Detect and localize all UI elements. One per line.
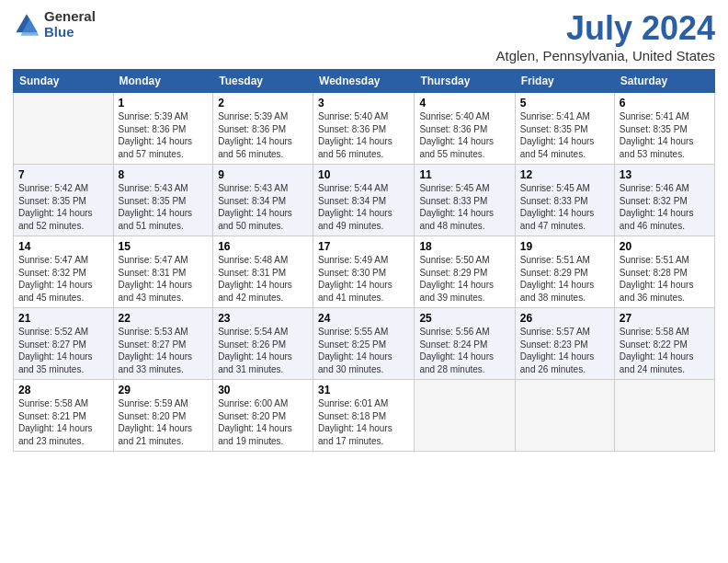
sunset: Sunset: 8:20 PM [119,411,187,421]
table-row: 8Sunrise: 5:43 AMSunset: 8:35 PMDaylight… [113,165,213,236]
daylight: Daylight: 14 hours and 43 minutes. [119,280,193,303]
header: General Blue July 2024 Atglen, Pennsylva… [13,9,715,63]
daylight: Daylight: 14 hours and 17 minutes. [318,423,392,446]
day-number: 9 [218,168,308,181]
day-number: 11 [419,168,509,181]
sunrise: Sunrise: 5:39 AM [218,111,288,121]
sunrise: Sunrise: 5:58 AM [18,398,88,408]
daylight: Daylight: 14 hours and 57 minutes. [119,136,193,159]
day-number: 7 [18,168,108,181]
sunrise: Sunrise: 5:46 AM [620,183,689,193]
sunrise: Sunrise: 5:44 AM [318,183,388,193]
table-row [14,93,114,165]
table-row: 20Sunrise: 5:51 AMSunset: 8:28 PMDayligh… [614,236,714,308]
day-info: Sunrise: 5:39 AMSunset: 8:36 PMDaylight:… [218,110,308,160]
col-friday: Friday [515,70,614,93]
sunset: Sunset: 8:36 PM [318,124,386,134]
sunrise: Sunrise: 5:50 AM [419,255,489,265]
day-number: 27 [620,312,710,325]
day-info: Sunrise: 5:45 AMSunset: 8:33 PMDaylight:… [419,182,509,232]
day-info: Sunrise: 6:01 AMSunset: 8:18 PMDaylight:… [318,397,409,447]
day-number: 16 [218,240,308,253]
day-info: Sunrise: 5:48 AMSunset: 8:31 PMDaylight:… [218,254,308,304]
day-info: Sunrise: 5:41 AMSunset: 8:35 PMDaylight:… [620,110,710,160]
daylight: Daylight: 14 hours and 49 minutes. [318,208,392,231]
col-sunday: Sunday [14,70,114,93]
day-number: 19 [520,240,609,253]
table-row: 31Sunrise: 6:01 AMSunset: 8:18 PMDayligh… [313,380,415,452]
daylight: Daylight: 14 hours and 33 minutes. [119,351,193,374]
daylight: Daylight: 14 hours and 39 minutes. [419,280,494,303]
sunset: Sunset: 8:27 PM [18,339,86,350]
sunrise: Sunrise: 5:40 AM [318,111,388,121]
day-info: Sunrise: 5:43 AMSunset: 8:35 PMDaylight:… [119,182,209,232]
logo-icon [13,11,40,39]
day-info: Sunrise: 5:47 AMSunset: 8:31 PMDaylight:… [119,254,209,304]
day-info: Sunrise: 5:43 AMSunset: 8:34 PMDaylight:… [218,182,308,232]
sunset: Sunset: 8:32 PM [620,196,688,206]
sunset: Sunset: 8:33 PM [419,196,487,206]
daylight: Daylight: 14 hours and 21 minutes. [119,423,193,446]
sunset: Sunset: 8:35 PM [119,196,187,206]
table-row: 27Sunrise: 5:58 AMSunset: 8:22 PMDayligh… [614,308,714,380]
sunset: Sunset: 8:29 PM [520,268,588,278]
day-number: 4 [419,97,509,109]
sunrise: Sunrise: 5:52 AM [18,327,88,337]
day-info: Sunrise: 5:50 AMSunset: 8:29 PMDaylight:… [419,254,509,304]
day-number: 17 [318,240,409,253]
daylight: Daylight: 14 hours and 28 minutes. [419,351,494,374]
col-thursday: Thursday [415,70,515,93]
daylight: Daylight: 14 hours and 50 minutes. [218,208,292,231]
calendar-week-row: 7Sunrise: 5:42 AMSunset: 8:35 PMDaylight… [14,165,715,236]
sunset: Sunset: 8:20 PM [218,411,286,421]
daylight: Daylight: 14 hours and 55 minutes. [419,136,494,159]
day-info: Sunrise: 5:49 AMSunset: 8:30 PMDaylight:… [318,254,409,304]
sunset: Sunset: 8:35 PM [18,196,86,206]
sunrise: Sunrise: 5:57 AM [520,327,590,337]
subtitle: Atglen, Pennsylvania, United States [496,48,715,63]
calendar-week-row: 21Sunrise: 5:52 AMSunset: 8:27 PMDayligh… [14,308,715,380]
sunrise: Sunrise: 5:39 AM [119,111,188,121]
table-row: 5Sunrise: 5:41 AMSunset: 8:35 PMDaylight… [515,93,614,165]
table-row: 29Sunrise: 5:59 AMSunset: 8:20 PMDayligh… [113,380,213,452]
table-row: 16Sunrise: 5:48 AMSunset: 8:31 PMDayligh… [213,236,313,308]
daylight: Daylight: 14 hours and 26 minutes. [520,351,595,374]
day-info: Sunrise: 6:00 AMSunset: 8:20 PMDaylight:… [218,397,308,447]
table-row: 24Sunrise: 5:55 AMSunset: 8:25 PMDayligh… [313,308,415,380]
sunrise: Sunrise: 6:00 AM [218,398,288,408]
daylight: Daylight: 14 hours and 36 minutes. [620,280,694,303]
sunrise: Sunrise: 5:40 AM [419,111,489,121]
sunrise: Sunrise: 5:54 AM [218,327,288,337]
day-info: Sunrise: 5:58 AMSunset: 8:22 PMDaylight:… [620,326,710,375]
day-info: Sunrise: 5:54 AMSunset: 8:26 PMDaylight:… [218,326,308,375]
sunset: Sunset: 8:26 PM [218,339,286,350]
sunset: Sunset: 8:34 PM [318,196,386,206]
day-number: 29 [119,384,209,396]
sunrise: Sunrise: 5:59 AM [119,398,188,408]
daylight: Daylight: 14 hours and 46 minutes. [620,208,694,231]
calendar-week-row: 1Sunrise: 5:39 AMSunset: 8:36 PMDaylight… [14,93,715,165]
daylight: Daylight: 14 hours and 47 minutes. [520,208,595,231]
day-number: 25 [419,312,509,325]
sunset: Sunset: 8:33 PM [520,196,588,206]
table-row: 11Sunrise: 5:45 AMSunset: 8:33 PMDayligh… [415,165,515,236]
sunset: Sunset: 8:29 PM [419,268,487,278]
sunset: Sunset: 8:22 PM [620,339,688,350]
daylight: Daylight: 14 hours and 53 minutes. [620,136,694,159]
day-number: 5 [520,97,609,109]
table-row: 25Sunrise: 5:56 AMSunset: 8:24 PMDayligh… [415,308,515,380]
sunset: Sunset: 8:21 PM [18,411,86,421]
day-number: 30 [218,384,308,396]
sunset: Sunset: 8:32 PM [18,268,86,278]
day-number: 21 [18,312,108,325]
sunrise: Sunrise: 5:45 AM [520,183,590,193]
day-number: 3 [318,97,409,109]
logo-general: General [44,9,96,25]
table-row: 21Sunrise: 5:52 AMSunset: 8:27 PMDayligh… [14,308,114,380]
day-number: 20 [620,240,710,253]
daylight: Daylight: 14 hours and 38 minutes. [520,280,595,303]
daylight: Daylight: 14 hours and 56 minutes. [218,136,292,159]
table-row [515,380,614,452]
day-number: 8 [119,168,209,181]
table-row [614,380,714,452]
